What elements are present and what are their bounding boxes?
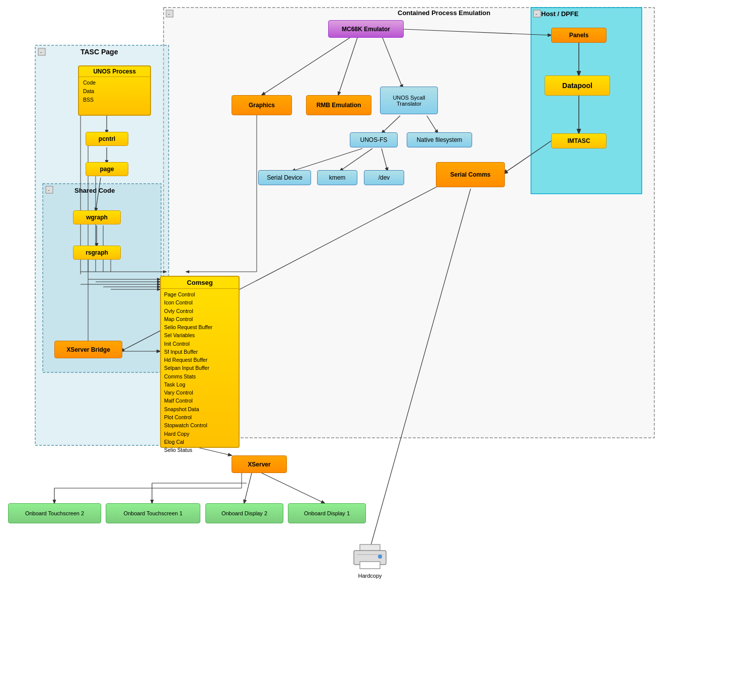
svg-rect-10 [38, 48, 45, 55]
wgraph-box: wgraph [73, 210, 121, 224]
comseg-items: Page Control Icon Control Ovly Control M… [161, 289, 239, 455]
svg-line-54 [370, 189, 471, 549]
rsgraph-box: rsgraph [73, 246, 121, 260]
xserver-box: XServer [232, 455, 287, 473]
svg-line-51 [244, 473, 252, 503]
svg-rect-14 [46, 186, 53, 193]
serial-comms-box: Serial Comms [436, 162, 505, 187]
unos-process-box: UNOS Process Code Data BSS [78, 65, 151, 116]
svg-line-17 [338, 38, 357, 95]
mc68k-emulator-box: MC68K Emulator [328, 20, 404, 38]
panels-box: Panels [551, 28, 607, 43]
unos-process-title: UNOS Process [79, 66, 150, 77]
svg-text:-: - [536, 11, 537, 17]
svg-text:Contained Process Emulation: Contained Process Emulation [398, 9, 490, 17]
svg-rect-6 [534, 10, 541, 17]
unos-syscall-box: UNOS Sycall Translator [380, 87, 438, 114]
svg-line-52 [262, 473, 325, 503]
svg-text:Shared Code: Shared Code [74, 187, 115, 194]
graphics-box: Graphics [232, 95, 292, 115]
svg-text:-: - [168, 11, 170, 17]
svg-line-30 [96, 178, 101, 211]
serial-device-box: Serial Device [258, 170, 311, 185]
svg-line-24 [382, 148, 388, 171]
kmem-box: kmem [317, 170, 357, 185]
svg-text:-: - [40, 49, 42, 55]
dev-box: /dev [364, 170, 404, 185]
svg-line-18 [383, 38, 403, 88]
comseg-box: Comseg Page Control Icon Control Ovly Co… [160, 276, 240, 448]
svg-text:Host / DPFE: Host / DPFE [541, 10, 579, 18]
svg-point-61 [378, 555, 382, 559]
svg-line-21 [427, 116, 438, 133]
svg-line-22 [292, 148, 362, 171]
svg-line-27 [503, 141, 551, 174]
native-fs-box: Native filesystem [407, 132, 472, 147]
svg-rect-2 [166, 10, 173, 17]
imtasc-box: IMTASC [551, 133, 607, 148]
unos-process-items: Code Data BSS [79, 77, 150, 105]
svg-text:TASC Page: TASC Page [81, 48, 118, 56]
svg-line-23 [340, 148, 372, 171]
page-box: page [86, 162, 128, 176]
onboard-ts1-box: Onboard Touchscreen 1 [106, 503, 200, 523]
svg-text:-: - [48, 187, 49, 193]
pcntrl-box: pcntrl [86, 132, 128, 146]
unos-fs-box: UNOS-FS [350, 132, 398, 147]
svg-line-19 [404, 29, 551, 35]
svg-rect-60 [360, 562, 380, 569]
onboard-ts2-box: Onboard Touchscreen 2 [8, 503, 101, 523]
svg-line-16 [262, 38, 350, 95]
svg-line-20 [382, 116, 400, 133]
printer-icon: Hardcopy [345, 543, 395, 579]
comseg-title: Comseg [161, 277, 239, 289]
xserver-bridge-box: XServer Bridge [54, 341, 122, 358]
rmb-emulation-box: RMB Emulation [306, 95, 371, 115]
datapool-box: Datapool [545, 75, 610, 96]
diagram-container: Contained Process Emulation - Host / DPF… [0, 0, 755, 700]
printer-svg [350, 543, 390, 574]
onboard-d1-box: Onboard Display 1 [288, 503, 366, 523]
onboard-d2-box: Onboard Display 2 [205, 503, 283, 523]
